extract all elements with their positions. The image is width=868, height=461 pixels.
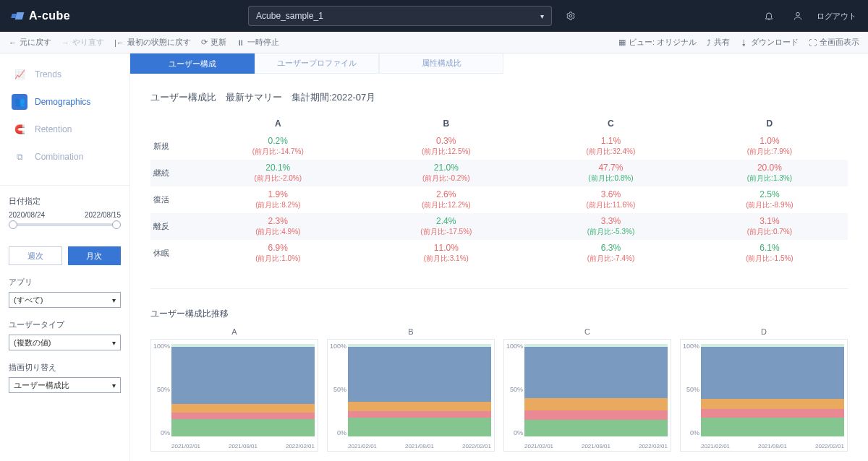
demographics-icon: 👥 [12,94,27,110]
date-range-slider[interactable] [10,223,119,226]
chart-switch-select[interactable]: ユーザー構成比▾ [9,377,121,393]
reset-button[interactable]: |← 最初の状態に戻す [114,37,191,48]
chart-plot[interactable]: 100%50%0% 2021/02/012021/08/012022/02/01 [680,339,848,452]
brand-logo: A-cube [12,9,70,22]
date-range-label: 日付指定 [9,196,121,207]
granularity-weekly[interactable]: 週次 [9,246,62,265]
table-row: 休眠6.9%(前月比:1.0%)11.0%(前月比:3.1%)6.3%(前月比:… [150,240,848,267]
user-icon[interactable] [788,6,808,26]
chart-plot[interactable]: 100%50%0% 2021/02/012021/08/012022/02/01 [327,339,495,452]
charts-title: ユーザー構成比推移 [150,308,848,320]
chevron-down-icon: ▾ [112,296,116,304]
row-label: 継続 [150,160,194,186]
fullscreen-button[interactable]: ⛶ 全画面表示 [809,37,859,48]
summary-col-header: B [362,114,531,133]
sidebar-item-combination[interactable]: ⧉ Combination [4,143,125,171]
x-axis: 2021/02/012021/08/012022/02/01 [171,443,315,449]
summary-cell: 2.6%(前月比:12.2%) [362,186,531,213]
chart-title: D [680,327,848,336]
svg-point-0 [569,14,572,17]
table-row: 復活1.9%(前月比:8.2%)2.6%(前月比:12.2%)3.6%(前月比:… [150,186,848,213]
row-label: 新規 [150,133,194,160]
summary-cell: 0.2%(前月比:-14.7%) [194,133,362,160]
summary-cell: 3.1%(前月比:0.7%) [692,213,848,240]
summary-col-header: C [530,114,692,133]
logout-link[interactable]: ログアウト [817,11,856,22]
chart-title: B [327,327,495,336]
slider-knob-start[interactable] [9,220,17,229]
summary-cell: 21.0%(前月比:-0.2%) [362,160,531,186]
app-filter-label: アプリ [9,277,121,288]
bell-icon[interactable] [759,6,779,26]
tab-attribute-composition[interactable]: 属性構成比 [379,53,503,74]
main-content: ユーザー構成 ユーザープロファイル 属性構成比 ユーザー構成比 最新サマリー 集… [130,53,868,461]
slider-knob-end[interactable] [112,220,121,229]
granularity-monthly[interactable]: 月次 [68,246,122,265]
summary-cell: 2.3%(前月比:4.9%) [194,213,362,240]
summary-cell: 2.5%(前月比:-8.9%) [692,186,848,213]
gear-icon[interactable] [561,6,581,26]
summary-cell: 47.7%(前月比:0.8%) [530,160,692,186]
summary-title: ユーザー構成比 最新サマリー 集計期間:2022-07月 [150,91,848,104]
share-button[interactable]: ⤴ 共有 [707,37,730,48]
row-label: 復活 [150,186,194,213]
chevron-down-icon: ▾ [112,382,116,389]
project-select[interactable]: Acube_sample_1 ▾ [248,6,552,26]
summary-cell: 1.9%(前月比:8.2%) [194,186,362,213]
summary-cell: 20.0%(前月比:1.3%) [692,160,848,186]
summary-cell: 1.1%(前月比:32.4%) [530,133,692,160]
undo-button[interactable]: ← 元に戻す [9,37,51,48]
project-select-value: Acube_sample_1 [256,11,323,21]
y-axis: 100%50%0% [682,342,699,436]
brand-text: A-cube [29,9,70,22]
summary-cell: 6.3%(前月比:-7.4%) [530,240,692,267]
tab-user-composition[interactable]: ユーザー構成 [130,53,255,74]
tab-bar: ユーザー構成 ユーザープロファイル 属性構成比 [130,53,868,74]
svg-point-1 [796,12,800,16]
retention-icon: 🧲 [12,121,27,137]
chart-card: C 100%50%0% 2021/02/012021/08/012022/02/… [503,327,671,452]
chart-card: A 100%50%0% 2021/02/012021/08/012022/02/… [150,327,318,452]
user-type-select[interactable]: (複数の値)▾ [9,335,121,350]
tab-user-profile[interactable]: ユーザープロファイル [255,53,379,74]
summary-col-header: D [692,114,848,133]
x-axis: 2021/02/012021/08/012022/02/01 [348,443,491,449]
summary-cell: 20.1%(前月比:-2.0%) [194,160,362,186]
summary-cell: 3.6%(前月比:11.6%) [530,186,692,213]
summary-cell: 2.4%(前月比:-17.5%) [362,213,531,240]
summary-cell: 0.3%(前月比:12.5%) [362,133,531,160]
app-filter-select[interactable]: (すべて)▾ [9,292,121,308]
view-mode-button[interactable]: ▦ ビュー: オリジナル [618,37,697,48]
sidebar-item-trends[interactable]: 📈 Trends [4,61,125,88]
y-axis: 100%50%0% [506,342,523,436]
chart-card: B 100%50%0% 2021/02/012021/08/012022/02/… [327,327,495,452]
app-header: A-cube Acube_sample_1 ▾ ログアウト [0,0,868,32]
redo-button[interactable]: → やり直す [61,37,104,48]
download-button[interactable]: ⭳ ダウンロード [740,37,799,48]
x-axis: 2021/02/012021/08/012022/02/01 [701,443,844,449]
user-type-label: ユーザータイプ [9,319,121,330]
table-row: 新規0.2%(前月比:-14.7%)0.3%(前月比:12.5%)1.1%(前月… [150,133,848,160]
toolbar: ← 元に戻す → やり直す |← 最初の状態に戻す ⟳ 更新 ⏸ 一時停止 ▦ … [0,32,868,53]
x-axis: 2021/02/012021/08/012022/02/01 [524,443,668,449]
pause-button[interactable]: ⏸ 一時停止 [237,37,279,48]
summary-col-header: A [194,114,362,133]
chart-card: D 100%50%0% 2021/02/012021/08/012022/02/… [680,327,848,452]
refresh-button[interactable]: ⟳ 更新 [201,37,226,48]
sidebar-item-demographics[interactable]: 👥 Demographics [4,88,125,116]
date-start: 2020/08/24 [9,211,45,219]
row-label: 休眠 [150,240,194,267]
date-end: 2022/08/15 [85,211,121,219]
row-label: 離反 [150,213,194,240]
chevron-down-icon: ▾ [112,339,116,347]
summary-table: ABCD 新規0.2%(前月比:-14.7%)0.3%(前月比:12.5%)1.… [150,114,848,267]
summary-cell: 6.9%(前月比:1.0%) [194,240,362,267]
chart-title: C [503,327,671,336]
chart-plot[interactable]: 100%50%0% 2021/02/012021/08/012022/02/01 [503,339,671,452]
chevron-down-icon: ▾ [540,12,544,20]
summary-cell: 6.1%(前月比:-1.5%) [692,240,848,267]
summary-cell: 11.0%(前月比:3.1%) [362,240,531,267]
chart-plot[interactable]: 100%50%0% 2021/02/012021/08/012022/02/01 [150,339,318,452]
table-row: 継続20.1%(前月比:-2.0%)21.0%(前月比:-0.2%)47.7%(… [150,160,848,186]
sidebar-item-retention[interactable]: 🧲 Retention [4,116,125,143]
